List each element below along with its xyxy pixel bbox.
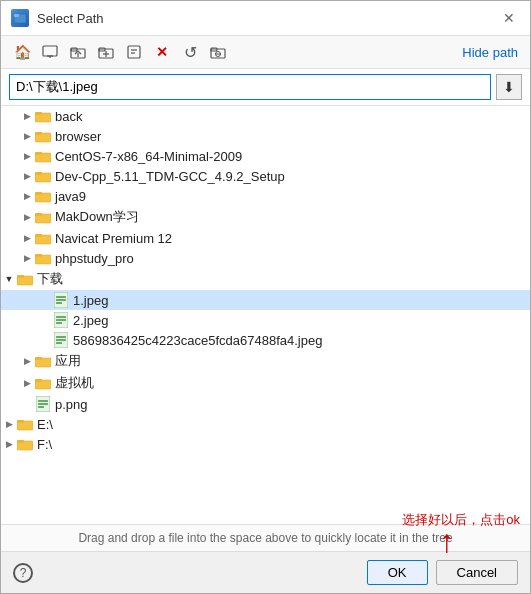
tree-toggle[interactable]: ▼	[1, 271, 17, 287]
tree-label: F:\	[37, 437, 52, 452]
hide-path-button[interactable]: Hide path	[458, 43, 522, 62]
tree-item[interactable]: 2.jpeg	[1, 310, 530, 330]
file-icon	[35, 396, 51, 412]
tree-item[interactable]: ▶Navicat Premium 12	[1, 228, 530, 248]
tree-toggle[interactable]: ▶	[19, 230, 35, 246]
tree-item[interactable]: 1.jpeg	[1, 290, 530, 310]
svg-rect-62	[35, 379, 42, 382]
file-tree[interactable]: ▶back▶browser▶CentOS-7-x86_64-Minimal-20…	[1, 106, 530, 524]
svg-rect-65	[38, 400, 48, 402]
path-bar: ⬇	[1, 69, 530, 106]
title-bar-left: Select Path	[11, 9, 104, 27]
svg-rect-1	[14, 14, 19, 17]
svg-rect-35	[35, 213, 42, 216]
tree-toggle[interactable]: ▶	[19, 250, 35, 266]
tree-item[interactable]: ▶F:\	[1, 434, 530, 454]
tree-item[interactable]: p.png	[1, 394, 530, 414]
folder-icon	[35, 148, 51, 164]
bookmark-button[interactable]	[121, 40, 147, 64]
tree-item[interactable]: ▶java9	[1, 186, 530, 206]
ok-button[interactable]: OK	[367, 560, 428, 585]
close-button[interactable]: ✕	[498, 7, 520, 29]
tree-toggle[interactable]	[37, 332, 53, 348]
svg-rect-69	[17, 420, 24, 423]
cancel-button[interactable]: Cancel	[436, 560, 518, 585]
tree-item[interactable]: ▶phpstudy_pro	[1, 248, 530, 268]
svg-rect-59	[35, 357, 42, 360]
folder-icon	[17, 436, 33, 452]
tree-label: phpstudy_pro	[55, 251, 134, 266]
tree-toggle[interactable]: ▶	[1, 436, 17, 452]
svg-rect-26	[35, 152, 42, 155]
svg-rect-44	[17, 275, 24, 278]
file-icon	[53, 292, 69, 308]
tree-label: java9	[55, 189, 86, 204]
tree-item[interactable]: ▼下载	[1, 268, 530, 290]
tree-item[interactable]: ▶E:\	[1, 414, 530, 434]
title-bar: Select Path ✕	[1, 1, 530, 36]
folder-icon	[17, 271, 33, 287]
tree-item[interactable]: ▶CentOS-7-x86_64-Minimal-2009	[1, 146, 530, 166]
delete-button[interactable]: ✕	[149, 40, 175, 64]
tree-label: 2.jpeg	[73, 313, 108, 328]
dialog-title: Select Path	[37, 11, 104, 26]
tree-label: 下载	[37, 270, 63, 288]
file-icon	[53, 312, 69, 328]
folder-icon	[17, 416, 33, 432]
tree-label: CentOS-7-x86_64-Minimal-2009	[55, 149, 242, 164]
svg-rect-56	[56, 339, 66, 341]
tree-item[interactable]: ▶应用	[1, 350, 530, 372]
tree-label: E:\	[37, 417, 53, 432]
tree-label: 5869836425c4223cace5fcda67488fa4.jpeg	[73, 333, 322, 348]
tree-toggle[interactable]: ▶	[19, 168, 35, 184]
tree-label: Dev-Cpp_5.11_TDM-GCC_4.9.2_Setup	[55, 169, 285, 184]
folder-icon	[35, 209, 51, 225]
path-input[interactable]	[9, 74, 491, 100]
tree-toggle[interactable]: ▶	[19, 209, 35, 225]
computer-button[interactable]	[37, 40, 63, 64]
tree-item[interactable]: ▶Dev-Cpp_5.11_TDM-GCC_4.9.2_Setup	[1, 166, 530, 186]
path-download-button[interactable]: ⬇	[496, 74, 522, 100]
folder-icon	[35, 375, 51, 391]
svg-rect-57	[56, 342, 62, 344]
folder-up-button[interactable]	[65, 40, 91, 64]
refresh-button[interactable]: ↺	[177, 40, 203, 64]
network-button[interactable]	[205, 40, 231, 64]
tree-toggle[interactable]	[37, 312, 53, 328]
tree-toggle[interactable]: ▶	[19, 148, 35, 164]
file-icon	[53, 332, 69, 348]
svg-rect-2	[43, 46, 57, 56]
tree-label: p.png	[55, 397, 88, 412]
folder-icon	[35, 188, 51, 204]
folder-icon	[35, 128, 51, 144]
tree-toggle[interactable]	[19, 396, 35, 412]
tree-label: back	[55, 109, 82, 124]
new-folder-button[interactable]	[93, 40, 119, 64]
tree-toggle[interactable]: ▶	[19, 108, 35, 124]
tree-item[interactable]: 5869836425c4223cace5fcda67488fa4.jpeg	[1, 330, 530, 350]
svg-rect-49	[56, 302, 62, 304]
tree-toggle[interactable]: ▶	[19, 353, 35, 369]
svg-rect-52	[56, 319, 66, 321]
tree-label: MakDown学习	[55, 208, 139, 226]
help-button[interactable]: ?	[13, 563, 33, 583]
footer-wrapper: 选择好以后，点击ok ↑ ? OK Cancel	[1, 551, 530, 593]
tree-item[interactable]: ▶browser	[1, 126, 530, 146]
tree-toggle[interactable]: ▶	[1, 416, 17, 432]
svg-rect-67	[38, 406, 44, 408]
folder-icon	[35, 250, 51, 266]
folder-icon	[35, 353, 51, 369]
tree-toggle[interactable]: ▶	[19, 188, 35, 204]
home-button[interactable]: 🏠	[9, 40, 35, 64]
tree-item[interactable]: ▶MakDown学习	[1, 206, 530, 228]
svg-rect-51	[56, 316, 66, 318]
tree-item[interactable]: ▶虚拟机	[1, 372, 530, 394]
svg-rect-48	[56, 299, 66, 301]
footer: ? OK Cancel	[1, 551, 530, 593]
tree-item[interactable]: ▶back	[1, 106, 530, 126]
folder-icon	[35, 230, 51, 246]
svg-rect-38	[35, 234, 42, 237]
tree-toggle[interactable]: ▶	[19, 375, 35, 391]
tree-toggle[interactable]: ▶	[19, 128, 35, 144]
tree-toggle[interactable]	[37, 292, 53, 308]
